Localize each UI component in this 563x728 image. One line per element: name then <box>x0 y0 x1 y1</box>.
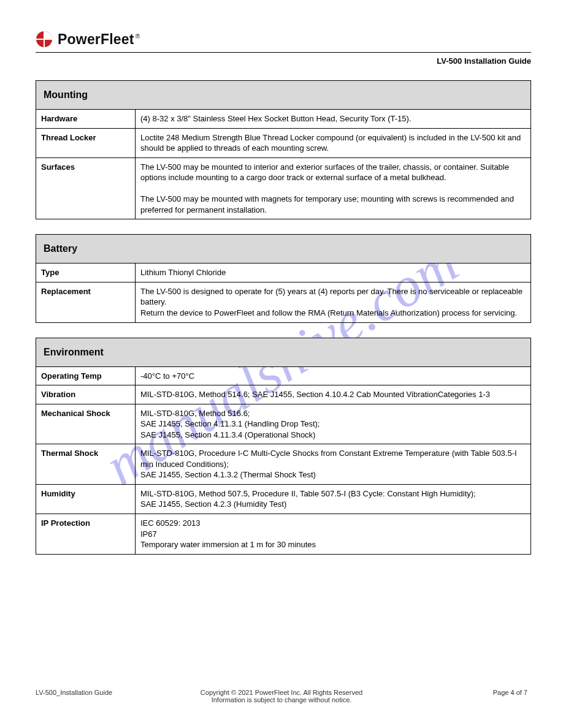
header-rule <box>36 52 531 53</box>
row-value: MIL-STD-810G, Procedure I-C Multi-Cycle … <box>136 444 531 485</box>
brand-name: PowerFleet® <box>58 31 140 48</box>
row-value: Lithium Thionyl Chloride <box>136 264 531 282</box>
footer-copyright: Copyright © 2021 PowerFleet Inc. All Rig… <box>170 689 393 696</box>
table-row: Mechanical Shock MIL-STD-810G, Method 51… <box>36 404 531 444</box>
table-mounting: Mounting Hardware (4) 8-32 x 3/8" Stainl… <box>36 80 531 219</box>
table-row: Hardware (4) 8-32 x 3/8" Stainless Steel… <box>36 110 531 129</box>
section-environment: Environment Operating Temp -40°C to +70°… <box>36 338 531 555</box>
table-row: Type Lithium Thionyl Chloride <box>36 264 531 282</box>
section-mounting: Mounting Hardware (4) 8-32 x 3/8" Stainl… <box>36 80 531 219</box>
row-label: Mechanical Shock <box>36 404 136 444</box>
footer-left: LV-500_Installation Guide <box>36 689 170 703</box>
table-row: Replacement The LV-500 is designed to op… <box>36 282 531 322</box>
table-row: IP Protection IEC 60529: 2013 IP67 Tempo… <box>36 514 531 555</box>
row-label: Humidity <box>36 484 136 514</box>
row-label: Surfaces <box>36 157 136 219</box>
section-battery: Battery Type Lithium Thionyl Chloride Re… <box>36 234 531 322</box>
footer-disclaimer: Information is subject to change without… <box>170 696 393 703</box>
table-battery: Battery Type Lithium Thionyl Chloride Re… <box>36 234 531 322</box>
row-value: -40°C to +70°C <box>136 366 531 385</box>
table-row: Thread Locker Loctite 248 Medium Strengt… <box>36 128 531 157</box>
table-environment: Environment Operating Temp -40°C to +70°… <box>36 338 531 555</box>
page-title: LV-500 Installation Guide <box>36 56 531 66</box>
footer: LV-500_Installation Guide Copyright © 20… <box>36 689 527 703</box>
row-label: Vibration <box>36 385 136 404</box>
row-label: Replacement <box>36 282 136 322</box>
table-row: Operating Temp -40°C to +70°C <box>36 366 531 385</box>
row-value: Loctite 248 Medium Strength Blue Thread … <box>136 128 531 157</box>
row-value: MIL-STD-810G, Method 507.5, Procedure II… <box>136 484 531 514</box>
powerfleet-logo-icon <box>36 31 53 48</box>
brand-text: PowerFleet <box>58 31 134 47</box>
document-content: PowerFleet® LV-500 Installation Guide Mo… <box>36 31 531 555</box>
row-value: IEC 60529: 2013 IP67 Temporary water imm… <box>136 514 531 555</box>
section-header: Environment <box>36 338 531 366</box>
row-value: The LV-500 is designed to operate for (5… <box>136 282 531 322</box>
footer-middle: Copyright © 2021 PowerFleet Inc. All Rig… <box>170 689 393 703</box>
row-label: Thermal Shock <box>36 444 136 485</box>
row-value: MIL-STD-810G, Method 514.6; SAE J1455, S… <box>136 385 531 404</box>
table-row: Humidity MIL-STD-810G, Method 507.5, Pro… <box>36 484 531 514</box>
table-row: Surfaces The LV-500 may be mounted to in… <box>36 157 531 219</box>
section-header: Mounting <box>36 81 531 110</box>
row-value: (4) 8-32 x 3/8" Stainless Steel Hex Sock… <box>136 110 531 129</box>
footer-right: Page 4 of 7 <box>393 689 527 703</box>
header: PowerFleet® <box>36 31 531 48</box>
table-row: Vibration MIL-STD-810G, Method 514.6; SA… <box>36 385 531 404</box>
row-value: The LV-500 may be mounted to interior an… <box>136 157 531 219</box>
row-label: IP Protection <box>36 514 136 555</box>
row-label: Hardware <box>36 110 136 129</box>
row-label: Type <box>36 264 136 282</box>
registered-mark: ® <box>136 33 140 40</box>
row-label: Thread Locker <box>36 128 136 157</box>
row-value: MIL-STD-810G, Method 516.6; SAE J1455, S… <box>136 404 531 444</box>
section-header: Battery <box>36 235 531 264</box>
row-label: Operating Temp <box>36 366 136 385</box>
table-row: Thermal Shock MIL-STD-810G, Procedure I-… <box>36 444 531 485</box>
